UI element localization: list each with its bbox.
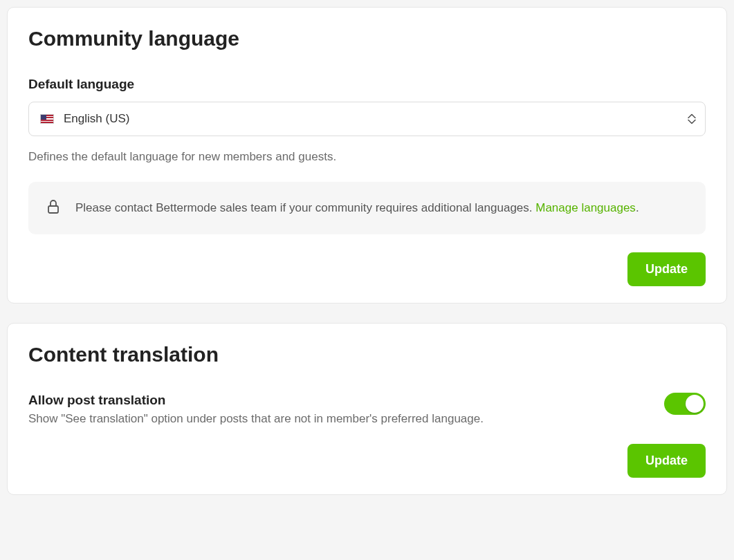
language-actions: Update [28,252,706,286]
allow-post-translation-label: Allow post translation [28,393,484,408]
allow-post-translation-desc: Show "See translation" option under post… [28,412,484,426]
default-language-value: English (US) [64,112,129,126]
allow-post-translation-toggle[interactable] [664,393,706,415]
manage-languages-link[interactable]: Manage languages [535,201,636,214]
translation-update-button[interactable]: Update [627,444,706,478]
default-language-help: Defines the default language for new mem… [28,150,706,164]
allow-post-translation-row: Allow post translation Show "See transla… [28,393,706,426]
language-info-text: Please contact Bettermode sales team if … [75,198,639,217]
default-language-field: Default language English (US) Defines th… [28,77,706,164]
us-flag-icon [40,114,54,124]
default-language-label: Default language [28,77,706,92]
language-info-suffix: . [636,201,639,214]
translation-actions: Update [28,444,706,478]
toggle-knob [686,395,704,413]
chevron-updown-icon [688,114,696,124]
allow-post-translation-text: Allow post translation Show "See transla… [28,393,484,426]
language-update-button[interactable]: Update [627,252,706,286]
community-language-card: Community language Default language Engl… [7,7,727,304]
default-language-select[interactable]: English (US) [28,102,706,136]
content-translation-card: Content translation Allow post translati… [7,323,727,495]
language-info-prefix: Please contact Bettermode sales team if … [75,201,535,214]
lock-icon [46,199,60,218]
content-translation-title: Content translation [28,343,706,366]
community-language-title: Community language [28,27,706,50]
svg-rect-0 [48,206,58,213]
language-info-box: Please contact Bettermode sales team if … [28,182,706,234]
default-language-select-wrap: English (US) [28,102,706,136]
